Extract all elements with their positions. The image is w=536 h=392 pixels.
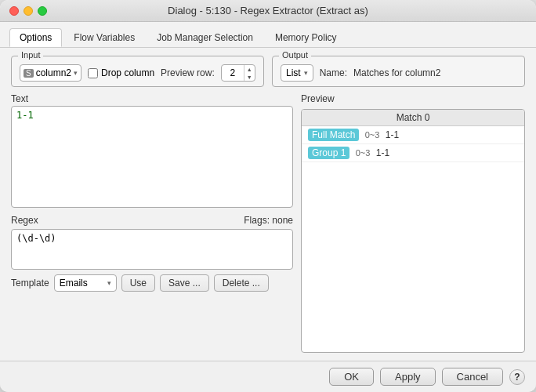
- spinbox-down-arrow[interactable]: ▼: [244, 73, 255, 81]
- column-selector[interactable]: S column2 ▾: [20, 64, 81, 82]
- left-panel: Text 1-1 Regex Flags: none (\d-\d) Templ…: [11, 93, 293, 353]
- column-dropdown-arrow: ▾: [74, 69, 78, 77]
- tab-bar: Options Flow Variables Job Manager Selec…: [0, 22, 536, 48]
- spinbox-up-arrow[interactable]: ▲: [244, 65, 255, 73]
- cell-label-group1: Group 1: [308, 147, 349, 159]
- regex-header: Regex Flags: none: [11, 215, 293, 226]
- input-row: S column2 ▾ Drop column Preview row: 2 ▲…: [20, 64, 255, 82]
- input-output-row: Input S column2 ▾ Drop column Preview ro…: [11, 56, 525, 87]
- drop-column-row: Drop column: [88, 67, 154, 78]
- tab-memory-policy[interactable]: Memory Policy: [265, 28, 347, 47]
- drop-column-label: Drop column: [101, 67, 154, 78]
- template-label: Template: [11, 278, 49, 289]
- input-group: Input S column2 ▾ Drop column Preview ro…: [11, 56, 264, 87]
- main-window: Dialog - 5:130 - Regex Extractor (Extrac…: [0, 0, 536, 392]
- preview-cell-1-0: Group 1 0~3 1-1: [302, 144, 524, 162]
- output-group: Output List ▾ Name: Matches for column2: [272, 56, 525, 87]
- ok-button[interactable]: OK: [329, 368, 374, 386]
- cell-range-0: 0~3: [365, 130, 380, 140]
- footer: OK Apply Cancel ?: [0, 361, 536, 392]
- tab-job-manager-selection[interactable]: Job Manager Selection: [147, 28, 263, 47]
- window-title: Dialog - 5:130 - Regex Extractor (Extrac…: [168, 5, 368, 16]
- spinbox-value: 2: [222, 67, 244, 78]
- output-row: List ▾ Name: Matches for column2: [281, 64, 516, 82]
- content-area: Input S column2 ▾ Drop column Preview ro…: [0, 48, 536, 361]
- preview-table: Match 0 Full Match 0~3 1-1: [302, 110, 524, 162]
- preview-col-header-0: Match 0: [302, 110, 524, 126]
- cell-label-full-match: Full Match: [308, 129, 359, 141]
- help-button[interactable]: ?: [509, 369, 525, 385]
- cell-value-0: 1-1: [386, 129, 399, 140]
- flags-label: Flags: none: [244, 215, 293, 226]
- middle-area: Text 1-1 Regex Flags: none (\d-\d) Templ…: [11, 93, 525, 353]
- preview-table-wrapper: Match 0 Full Match 0~3 1-1: [301, 109, 525, 353]
- output-label: Output: [279, 50, 311, 60]
- template-row: Template Emails ▾ Use Save ... Delete ..…: [11, 274, 293, 292]
- close-button[interactable]: [9, 6, 19, 16]
- cell-value-1: 1-1: [376, 147, 389, 158]
- name-label: Name:: [320, 67, 347, 78]
- preview-row-label: Preview row:: [161, 67, 215, 78]
- use-button[interactable]: Use: [121, 274, 155, 292]
- regex-section: Regex Flags: none (\d-\d): [11, 215, 293, 270]
- table-row: Full Match 0~3 1-1: [302, 126, 524, 144]
- template-select[interactable]: Emails ▾: [54, 274, 117, 292]
- preview-row-spinbox[interactable]: 2 ▲ ▼: [221, 64, 255, 82]
- column-name: column2: [36, 67, 71, 78]
- right-panel: Preview Match 0 Full Match: [301, 93, 525, 353]
- spinbox-arrows[interactable]: ▲ ▼: [244, 65, 255, 81]
- output-type-value: List: [286, 67, 301, 78]
- title-bar: Dialog - 5:130 - Regex Extractor (Extrac…: [0, 0, 536, 22]
- s-badge: S: [24, 69, 34, 78]
- delete-button[interactable]: Delete ...: [214, 274, 269, 292]
- text-input[interactable]: 1-1: [11, 106, 293, 208]
- minimize-button[interactable]: [24, 6, 33, 16]
- save-button[interactable]: Save ...: [160, 274, 209, 292]
- regex-label: Regex: [11, 215, 38, 226]
- cell-range-1: 0~3: [356, 148, 371, 158]
- name-value: Matches for column2: [353, 67, 440, 78]
- regex-input[interactable]: (\d-\d): [11, 229, 293, 270]
- tab-flow-variables[interactable]: Flow Variables: [63, 28, 145, 47]
- input-label: Input: [18, 50, 43, 60]
- text-section-label: Text: [11, 93, 293, 104]
- template-select-arrow: ▾: [107, 279, 111, 287]
- output-type-selector[interactable]: List ▾: [281, 64, 313, 82]
- preview-cell-0-0: Full Match 0~3 1-1: [302, 126, 524, 144]
- drop-column-checkbox[interactable]: [88, 68, 98, 78]
- table-row: Group 1 0~3 1-1: [302, 144, 524, 162]
- output-type-arrow: ▾: [304, 69, 308, 77]
- template-selected-value: Emails: [60, 278, 88, 289]
- maximize-button[interactable]: [38, 6, 47, 16]
- preview-label: Preview: [301, 93, 525, 104]
- text-section: Text 1-1: [11, 93, 293, 210]
- cancel-button[interactable]: Cancel: [442, 368, 503, 386]
- tab-options[interactable]: Options: [9, 28, 62, 47]
- traffic-lights: [9, 6, 47, 16]
- apply-button[interactable]: Apply: [380, 368, 436, 386]
